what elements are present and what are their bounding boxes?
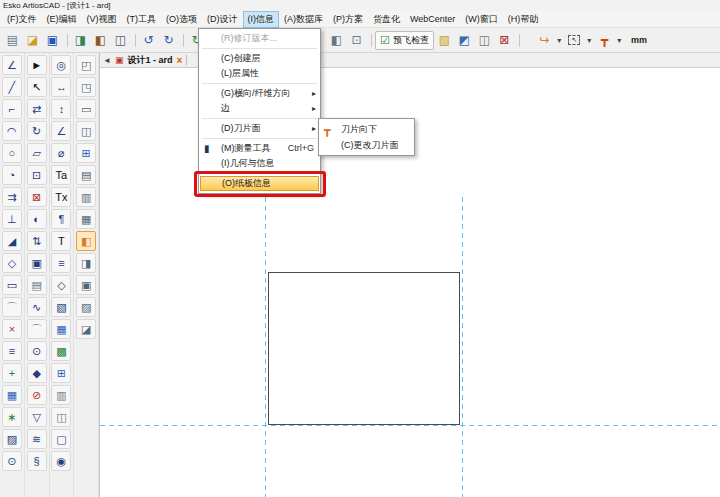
menu-help[interactable]: (H)帮助 bbox=[503, 11, 544, 28]
diamond-tool-icon[interactable]: ◇ bbox=[2, 253, 22, 273]
circle-tool-icon[interactable]: ○ bbox=[2, 143, 22, 163]
menu-view[interactable]: (V)视图 bbox=[82, 11, 122, 28]
paragraph-tool-icon[interactable]: ¶ bbox=[51, 209, 71, 229]
menu-item-grain-direction[interactable]: (G)横向/纤维方向 ▸ bbox=[199, 86, 320, 101]
cells-tool-icon[interactable]: ▦ bbox=[76, 209, 96, 229]
array-tool-icon[interactable]: ⊞ bbox=[51, 363, 71, 383]
angle-tool-icon[interactable]: ∠ bbox=[2, 55, 22, 75]
scroll-tabs-left-icon[interactable]: ◄ bbox=[103, 56, 111, 65]
menu-item-revision-version[interactable]: (R)修订版本... bbox=[199, 31, 320, 46]
diameter-dim-tool-icon[interactable]: ⌀ bbox=[51, 143, 71, 163]
menu-edit[interactable]: (E)编辑 bbox=[42, 11, 82, 28]
blade-direction-icon[interactable]: ┳ bbox=[595, 31, 614, 50]
menu-item-side[interactable]: 边 ▸ bbox=[199, 101, 320, 116]
filled-square-tool-icon[interactable]: ▣ bbox=[76, 275, 96, 295]
type-tool-icon[interactable]: T bbox=[51, 231, 71, 251]
offset-tool-icon[interactable]: ⇉ bbox=[2, 187, 22, 207]
export-icon[interactable]: ◧ bbox=[91, 31, 110, 50]
hatch-tool-icon[interactable]: ▨ bbox=[2, 429, 22, 449]
down-triangle-tool-icon[interactable]: ▽ bbox=[27, 407, 47, 427]
new-doc-icon[interactable]: ▤ bbox=[3, 31, 22, 50]
import-icon[interactable]: ◨ bbox=[71, 31, 90, 50]
close-tab-icon[interactable]: × bbox=[176, 55, 182, 66]
menu-info[interactable]: (I)信息 bbox=[243, 11, 280, 28]
menu-item-create-layer[interactable]: (C)创建层 bbox=[199, 51, 320, 66]
skew-tool-icon[interactable]: ▱ bbox=[27, 143, 47, 163]
caret-down-icon[interactable]: ▾ bbox=[555, 31, 564, 50]
triangle-tool-icon[interactable]: ◢ bbox=[2, 231, 22, 251]
menu-item-measure-tool[interactable]: ▮ (M)测量工具 Ctrl+G bbox=[199, 141, 320, 156]
corner-tool-icon[interactable]: ⌐ bbox=[2, 99, 22, 119]
plus-grid-tool-icon[interactable]: ⊞ bbox=[76, 143, 96, 163]
marquee-select-icon[interactable]: ↖ bbox=[565, 31, 584, 50]
copy-tool-icon[interactable]: ▣ bbox=[27, 253, 47, 273]
node-select-tool-icon[interactable]: ↖ bbox=[27, 77, 47, 97]
menu-options[interactable]: (O)选项 bbox=[161, 11, 202, 28]
arc-edit-tool-icon[interactable]: ⌒ bbox=[27, 319, 47, 339]
pattern-tool-icon[interactable]: ▩ bbox=[51, 341, 71, 361]
mirror-tool-icon[interactable]: ◐ bbox=[27, 209, 47, 229]
split-panel-tool-icon[interactable]: ◫ bbox=[76, 121, 96, 141]
parallel-lines-tool-icon[interactable]: ≡ bbox=[2, 341, 22, 361]
burst-tool-icon[interactable]: ∗ bbox=[2, 407, 22, 427]
panel-tool-icon[interactable]: ◫ bbox=[51, 407, 71, 427]
wave-tool-icon[interactable]: ≋ bbox=[27, 429, 47, 449]
render-tool-icon[interactable]: ◉ bbox=[51, 451, 71, 471]
menu-database[interactable]: (A)数据库 bbox=[279, 11, 328, 28]
text-tool-icon[interactable]: Tx bbox=[51, 187, 71, 207]
undo-icon[interactable]: ↺ bbox=[139, 31, 158, 50]
add-point-tool-icon[interactable]: + bbox=[2, 363, 22, 383]
caret-down-icon[interactable]: ▾ bbox=[585, 31, 594, 50]
arc-tool-icon[interactable]: ◠ bbox=[2, 121, 22, 141]
caret-down-icon[interactable]: ▾ bbox=[615, 31, 624, 50]
menu-design[interactable]: (D)设计 bbox=[202, 11, 243, 28]
curved-arrow-icon[interactable]: ↪ bbox=[535, 31, 554, 50]
rows-tool-icon[interactable]: ▤ bbox=[76, 165, 96, 185]
point-tool-icon[interactable]: ⊙ bbox=[2, 451, 22, 471]
menu-window[interactable]: (W)窗口 bbox=[460, 11, 503, 28]
quadrant-tool-icon[interactable]: ◰ bbox=[76, 55, 96, 75]
fillet-tool-icon[interactable]: ⌒ bbox=[2, 297, 22, 317]
open-file-icon[interactable]: ◪ bbox=[23, 31, 42, 50]
line-tool-icon[interactable]: ╱ bbox=[2, 77, 22, 97]
move-tool-icon[interactable]: ⇄ bbox=[27, 99, 47, 119]
horizontal-dim-tool-icon[interactable]: ↔ bbox=[51, 77, 71, 97]
section-tool-icon[interactable]: § bbox=[27, 451, 47, 471]
diamond-edit-tool-icon[interactable]: ◆ bbox=[27, 363, 47, 383]
redo-icon[interactable]: ↻ bbox=[159, 31, 178, 50]
quarter-arc-tool-icon[interactable]: ◔ bbox=[2, 165, 22, 185]
text-attributes-tool-icon[interactable]: Ta bbox=[51, 165, 71, 185]
rotate-tool-icon[interactable]: ↻ bbox=[27, 121, 47, 141]
hatch-small-tool-icon[interactable]: ▨ bbox=[76, 297, 96, 317]
columns-tool-icon[interactable]: ▥ bbox=[76, 187, 96, 207]
menu-item-blade-side[interactable]: (D)刀片面 ▸ bbox=[199, 121, 320, 136]
select-tool-icon[interactable]: ► bbox=[27, 55, 47, 75]
submenu-item-blade-down[interactable]: ┳ 刀片向下 bbox=[319, 121, 414, 137]
curve-tool-icon[interactable]: ∿ bbox=[27, 297, 47, 317]
rectangle-tool-icon[interactable]: ▭ bbox=[2, 275, 22, 295]
vertical-dim-tool-icon[interactable]: ↕ bbox=[51, 99, 71, 119]
half-right-tool-icon[interactable]: ◨ bbox=[76, 253, 96, 273]
fill-tool-icon[interactable]: ▧ bbox=[51, 297, 71, 317]
split-view-icon[interactable]: ◧ bbox=[327, 31, 346, 50]
save-icon[interactable]: ▣ bbox=[43, 31, 62, 50]
menu-palletization[interactable]: 货盘化 bbox=[368, 11, 405, 28]
check-layers-icon[interactable]: ▧ bbox=[435, 31, 454, 50]
trim-tool-icon[interactable]: × bbox=[2, 319, 22, 339]
menu-item-geometry-info[interactable]: (I)几何与信息 bbox=[199, 156, 320, 171]
quadrant2-tool-icon[interactable]: ◳ bbox=[76, 77, 96, 97]
preflight-check-button[interactable]: ☑ 预飞检查 bbox=[375, 31, 434, 50]
group-tool-icon[interactable]: ⊡ bbox=[27, 165, 47, 185]
menu-webcenter[interactable]: WebCenter bbox=[405, 12, 460, 26]
perpendicular-tool-icon[interactable]: ⊥ bbox=[2, 209, 22, 229]
properties-icon[interactable]: ⊡ bbox=[347, 31, 366, 50]
bridge-check-icon[interactable]: ◫ bbox=[475, 31, 494, 50]
symbol-tool-icon[interactable]: ◇ bbox=[51, 275, 71, 295]
print-icon[interactable]: ◫ bbox=[111, 31, 130, 50]
center-tool-icon[interactable]: ⊙ bbox=[27, 341, 47, 361]
menu-scheme[interactable]: (P)方案 bbox=[328, 11, 368, 28]
dimension-tool-icon[interactable]: ◎ bbox=[51, 55, 71, 75]
menu-tools[interactable]: (T)工具 bbox=[122, 11, 162, 28]
paste-tool-icon[interactable]: ▤ bbox=[27, 275, 47, 295]
overlap-check-icon[interactable]: ◩ bbox=[455, 31, 474, 50]
